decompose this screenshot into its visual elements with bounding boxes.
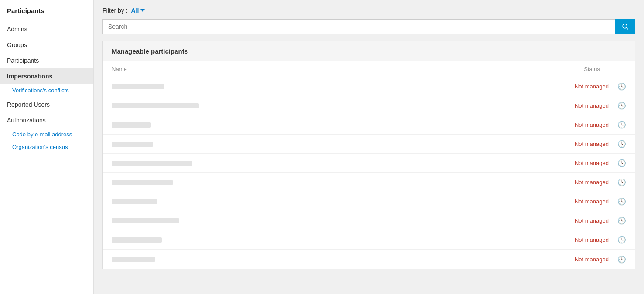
clock-icon[interactable]: 🕓 [617, 82, 626, 91]
search-bar [94, 19, 644, 41]
sidebar: Participants Admins Groups Participants … [0, 0, 94, 294]
filter-bar: Filter by : All [94, 0, 644, 19]
status-badge: Not managed [575, 179, 609, 186]
row-status-cell: Not managed 🕓 [539, 236, 626, 244]
row-name-cell [112, 180, 539, 185]
status-badge: Not managed [575, 256, 609, 263]
sidebar-item-verifications-conflicts[interactable]: Verifications's conflicts [0, 84, 93, 97]
table-rows-container: Not managed 🕓 Not managed 🕓 Not managed … [103, 77, 635, 269]
row-status-cell: Not managed 🕓 [539, 82, 626, 91]
name-placeholder [112, 84, 164, 89]
sidebar-item-impersonations[interactable]: Impersonations [0, 68, 93, 84]
row-status-cell: Not managed 🕓 [539, 197, 626, 206]
table-row: Not managed 🕓 [103, 211, 635, 230]
sidebar-item-groups[interactable]: Groups [0, 37, 93, 53]
table-title: Manageable participants [112, 47, 188, 55]
table-row: Not managed 🕓 [103, 135, 635, 154]
name-placeholder [112, 161, 192, 166]
clock-icon[interactable]: 🕓 [617, 178, 626, 186]
chevron-down-icon [140, 9, 145, 12]
row-name-cell [112, 103, 539, 108]
sidebar-item-authorizations[interactable]: Authorizations [0, 112, 93, 128]
status-badge: Not managed [575, 217, 609, 224]
clock-icon[interactable]: 🕓 [617, 140, 626, 148]
row-name-cell [112, 237, 539, 243]
main-content: Filter by : All Manageable participants … [94, 0, 644, 294]
row-status-cell: Not managed 🕓 [539, 255, 626, 264]
filter-label: Filter by : [102, 7, 128, 14]
clock-icon[interactable]: 🕓 [617, 101, 626, 110]
status-badge: Not managed [575, 141, 609, 147]
filter-value: All [131, 7, 139, 14]
table-row: Not managed 🕓 [103, 230, 635, 250]
table-row: Not managed 🕓 [103, 154, 635, 173]
sidebar-title: Participants [0, 7, 93, 21]
table-row: Not managed 🕓 [103, 115, 635, 135]
row-name-cell [112, 199, 539, 204]
sidebar-item-reported-users[interactable]: Reported Users [0, 97, 93, 112]
row-name-cell [112, 257, 539, 262]
table-section: Manageable participants Name Status Not … [102, 41, 635, 269]
table-row: Not managed 🕓 [103, 173, 635, 192]
name-placeholder [112, 257, 155, 262]
search-icon [621, 23, 629, 30]
search-button[interactable] [615, 19, 635, 34]
name-placeholder [112, 237, 162, 243]
row-status-cell: Not managed 🕓 [539, 140, 626, 148]
sidebar-item-code-by-email[interactable]: Code by e-mail address [0, 128, 93, 141]
row-status-cell: Not managed 🕓 [539, 101, 626, 110]
search-input[interactable] [102, 19, 615, 34]
row-status-cell: Not managed 🕓 [539, 121, 626, 129]
clock-icon[interactable]: 🕓 [617, 216, 626, 225]
clock-icon[interactable]: 🕓 [617, 121, 626, 129]
name-placeholder [112, 122, 151, 128]
name-placeholder [112, 103, 199, 108]
row-status-cell: Not managed 🕓 [539, 159, 626, 167]
clock-icon[interactable]: 🕓 [617, 159, 626, 167]
column-header-status: Status [539, 66, 626, 72]
sidebar-item-participants[interactable]: Participants [0, 53, 93, 68]
sidebar-item-organizations-census[interactable]: Organization's census [0, 141, 93, 153]
row-name-cell [112, 122, 539, 128]
name-placeholder [112, 199, 157, 204]
sidebar-item-admins[interactable]: Admins [0, 21, 93, 37]
status-badge: Not managed [575, 83, 609, 90]
status-badge: Not managed [575, 237, 609, 243]
row-status-cell: Not managed 🕓 [539, 216, 626, 225]
row-name-cell [112, 161, 539, 166]
table-row: Not managed 🕓 [103, 77, 635, 96]
status-badge: Not managed [575, 198, 609, 205]
table-row: Not managed 🕓 [103, 250, 635, 269]
clock-icon[interactable]: 🕓 [617, 255, 626, 264]
column-header-name: Name [112, 66, 539, 72]
status-badge: Not managed [575, 160, 609, 166]
table-row: Not managed 🕓 [103, 192, 635, 211]
row-name-cell [112, 84, 539, 89]
name-placeholder [112, 180, 173, 185]
row-name-cell [112, 142, 539, 147]
name-placeholder [112, 142, 153, 147]
filter-dropdown[interactable]: All [131, 7, 145, 14]
status-badge: Not managed [575, 122, 609, 128]
row-status-cell: Not managed 🕓 [539, 178, 626, 186]
table-column-headers: Name Status [103, 61, 635, 77]
clock-icon[interactable]: 🕓 [617, 236, 626, 244]
clock-icon[interactable]: 🕓 [617, 197, 626, 206]
table-header: Manageable participants [103, 41, 635, 61]
table-row: Not managed 🕓 [103, 96, 635, 115]
name-placeholder [112, 218, 179, 223]
status-badge: Not managed [575, 102, 609, 109]
row-name-cell [112, 218, 539, 223]
